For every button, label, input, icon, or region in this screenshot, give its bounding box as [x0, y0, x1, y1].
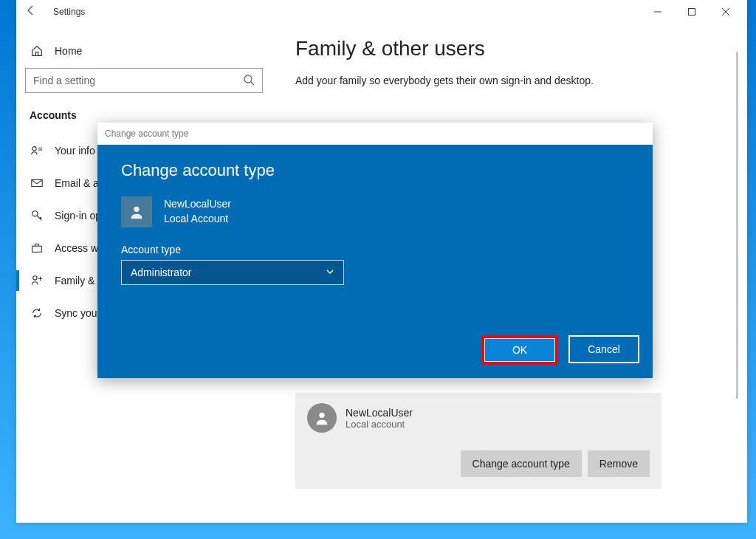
your-info-icon [30, 144, 44, 157]
scrollbar[interactable] [736, 52, 738, 399]
dialog-titlebar-text: Change account type [105, 128, 188, 139]
user-row[interactable]: NewLocalUser Local account [307, 403, 650, 433]
account-type-label: Account type [121, 244, 629, 255]
user-card-subtitle: Local account [346, 419, 413, 430]
svg-rect-1 [689, 9, 695, 16]
back-arrow-icon[interactable] [21, 4, 41, 19]
dialog-user-name: NewLocalUser [164, 197, 231, 212]
svg-point-16 [134, 207, 139, 212]
page-description: Add your family so everybody gets their … [295, 74, 734, 89]
svg-point-6 [32, 147, 36, 151]
close-button[interactable] [709, 1, 743, 23]
sidebar-home-label: Home [55, 45, 82, 57]
change-account-type-button[interactable]: Change account type [461, 450, 582, 477]
minimize-button[interactable] [641, 1, 675, 23]
sidebar-home[interactable]: Home [16, 34, 282, 68]
user-card-name: NewLocalUser [346, 407, 413, 419]
dropdown-value: Administrator [131, 267, 191, 278]
family-icon [30, 274, 44, 287]
email-icon [30, 176, 44, 190]
svg-point-4 [244, 75, 252, 83]
sidebar-item-label: Your info [55, 145, 95, 157]
sync-icon [30, 306, 44, 320]
chevron-down-icon [326, 267, 334, 278]
dialog-body: Change account type NewLocalUser Local A… [97, 145, 653, 378]
dialog-user-subtitle: Local Account [164, 212, 231, 227]
dialog-user-row: NewLocalUser Local Account [121, 196, 629, 227]
dialog-avatar [121, 196, 152, 227]
avatar [307, 403, 337, 433]
home-icon [30, 44, 44, 58]
user-card: NewLocalUser Local account Change accoun… [295, 393, 662, 489]
remove-button[interactable]: Remove [588, 450, 650, 477]
ok-button[interactable]: OK [484, 338, 555, 362]
page-title: Family & other users [295, 37, 734, 61]
maximize-button[interactable] [675, 1, 709, 23]
signin-icon [30, 209, 44, 222]
svg-point-10 [32, 211, 38, 216]
work-icon [30, 241, 44, 255]
account-type-dropdown[interactable]: Administrator [121, 260, 344, 285]
window-title: Settings [53, 7, 85, 17]
svg-rect-11 [32, 246, 42, 252]
search-icon [243, 74, 255, 88]
dialog-titlebar: Change account type [97, 123, 653, 145]
dialog-heading: Change account type [121, 161, 629, 180]
svg-point-12 [33, 276, 37, 280]
window-titlebar: Settings [16, 0, 747, 24]
svg-line-5 [251, 82, 254, 85]
svg-point-15 [319, 413, 324, 418]
change-account-type-dialog: Change account type Change account type … [97, 123, 653, 378]
search-input[interactable]: Find a setting [25, 68, 263, 93]
cancel-button[interactable]: Cancel [568, 335, 639, 363]
search-placeholder: Find a setting [33, 75, 95, 86]
ok-button-highlight: OK [481, 335, 558, 365]
